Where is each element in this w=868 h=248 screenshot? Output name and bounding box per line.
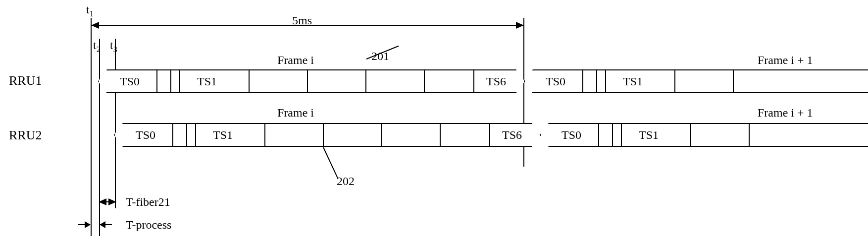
arrow-tprocess-left (78, 224, 90, 225)
rru2-frame-i: TS0 TS1 TS6 (114, 123, 541, 147)
callout-202-text: 202 (337, 175, 355, 188)
vline-t1 (91, 18, 92, 236)
rru2-i-ts0: TS0 (136, 128, 155, 142)
label-rru2-frame-ip1: Frame i + 1 (758, 106, 813, 120)
vline-t2 (99, 39, 100, 236)
rru2-i-ts1: TS1 (213, 128, 233, 142)
label-rru1-frame-i: Frame i (277, 54, 314, 67)
label-t2: t2 (93, 39, 101, 54)
label-rru1-frame-ip1: Frame i + 1 (758, 54, 813, 67)
label-t1: t1 (86, 3, 94, 18)
rru2-frame-ip1: TS0 TS1 (540, 123, 868, 147)
label-tprocess: T-process (126, 218, 171, 232)
label-tfiber21: T-fiber21 (126, 195, 170, 209)
vline-t3 (115, 39, 116, 208)
row-label-rru1: RRU1 (9, 73, 42, 88)
rru1-ip1-ts0: TS0 (546, 75, 565, 88)
label-rru2-frame-i: Frame i (277, 106, 314, 120)
rru1-ip1-ts1: TS1 (623, 75, 643, 88)
label-5ms: 5ms (292, 14, 312, 27)
rru1-frame-i: TS0 TS1 TS6 (98, 69, 525, 93)
timing-diagram: t1 t2 t3 5ms RRU1 Frame i Frame i + 1 TS… (0, 0, 868, 248)
arrow-tprocess-right (100, 224, 112, 225)
rru1-i-ts1: TS1 (197, 75, 217, 88)
label-t3: t3 (110, 39, 117, 54)
rru1-frame-ip1: TS0 TS1 (524, 69, 868, 93)
rru2-i-ts6: TS6 (502, 128, 522, 142)
rru1-i-ts0: TS0 (120, 75, 140, 88)
callout-202-line (323, 147, 338, 179)
row-label-rru2: RRU2 (9, 128, 42, 143)
arrow-tfiber21 (99, 201, 116, 202)
rru1-i-ts6: TS6 (486, 75, 506, 88)
rru2-ip1-ts0: TS0 (562, 128, 581, 142)
rru2-ip1-ts1: TS1 (639, 128, 659, 142)
